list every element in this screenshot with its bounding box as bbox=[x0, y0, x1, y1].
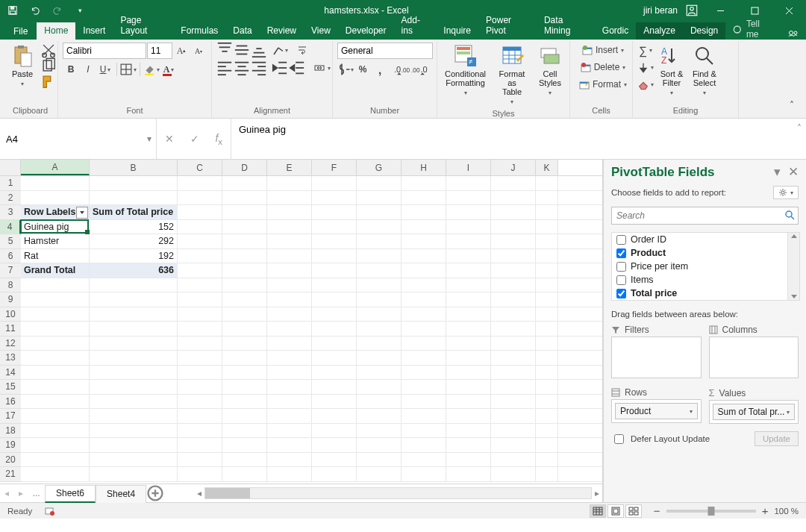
pivot-search-input[interactable] bbox=[611, 207, 799, 225]
maximize-button[interactable] bbox=[737, 0, 772, 21]
tab-formulas[interactable]: Formulas bbox=[173, 22, 225, 40]
align-center-icon[interactable] bbox=[234, 60, 250, 75]
decrease-indent-icon[interactable] bbox=[272, 60, 288, 75]
cell[interactable] bbox=[222, 278, 267, 292]
column-header[interactable]: B bbox=[90, 160, 178, 175]
cell[interactable] bbox=[536, 409, 558, 423]
font-color-icon[interactable]: A▾ bbox=[160, 62, 177, 77]
cell[interactable] bbox=[491, 453, 536, 467]
cell[interactable] bbox=[267, 337, 312, 351]
cell[interactable] bbox=[402, 176, 446, 190]
user-avatar-icon[interactable] bbox=[685, 4, 699, 17]
zoom-out-button[interactable]: − bbox=[654, 504, 660, 517]
cell[interactable] bbox=[491, 351, 536, 365]
comma-format-icon[interactable]: , bbox=[372, 62, 388, 77]
cell[interactable] bbox=[536, 176, 558, 190]
field-checkbox[interactable] bbox=[616, 235, 626, 245]
align-right-icon[interactable] bbox=[251, 60, 267, 75]
tab-analyze[interactable]: Analyze bbox=[636, 22, 683, 40]
cell[interactable] bbox=[491, 278, 536, 292]
cell[interactable] bbox=[90, 322, 178, 336]
cell[interactable] bbox=[312, 409, 357, 423]
pivot-pane-options-icon[interactable]: ▾ bbox=[774, 164, 781, 180]
cell[interactable]: Sum of Total price bbox=[90, 205, 178, 219]
cell[interactable] bbox=[312, 395, 357, 409]
cell[interactable] bbox=[312, 205, 357, 219]
cell[interactable] bbox=[446, 249, 491, 263]
cell[interactable] bbox=[21, 467, 90, 481]
cell[interactable] bbox=[491, 395, 536, 409]
cell[interactable] bbox=[402, 278, 446, 292]
scroll-thumb[interactable] bbox=[205, 488, 250, 498]
cell[interactable] bbox=[446, 322, 491, 336]
share-icon[interactable] bbox=[779, 29, 806, 40]
sheet-tab-active[interactable]: Sheet6 bbox=[45, 485, 96, 503]
cell[interactable] bbox=[536, 366, 558, 380]
cell[interactable] bbox=[357, 351, 402, 365]
tab-add-ins[interactable]: Add-ins bbox=[394, 12, 437, 40]
cell[interactable] bbox=[402, 395, 446, 409]
cell[interactable] bbox=[222, 409, 267, 423]
pivot-field[interactable]: Price per item bbox=[612, 260, 799, 273]
cell[interactable] bbox=[357, 366, 402, 380]
cell[interactable] bbox=[90, 191, 178, 205]
cell[interactable] bbox=[536, 205, 558, 219]
field-checkbox[interactable] bbox=[616, 248, 626, 258]
cell[interactable] bbox=[21, 307, 90, 322]
cell[interactable] bbox=[267, 249, 312, 263]
cell[interactable] bbox=[357, 380, 402, 394]
cell[interactable] bbox=[267, 292, 312, 307]
filters-area[interactable]: Filters bbox=[611, 323, 702, 378]
cell[interactable] bbox=[402, 220, 446, 234]
cell[interactable] bbox=[402, 249, 446, 263]
cell[interactable] bbox=[178, 351, 222, 365]
cell[interactable] bbox=[21, 453, 90, 467]
cells-area[interactable]: Row LabelsSum of Total priceGuinea pig15… bbox=[21, 176, 602, 484]
save-icon[interactable] bbox=[3, 1, 22, 20]
cell[interactable] bbox=[267, 351, 312, 365]
columns-area[interactable]: Columns bbox=[709, 323, 799, 378]
add-sheet-button[interactable] bbox=[146, 484, 164, 502]
cell[interactable] bbox=[312, 351, 357, 365]
cell[interactable] bbox=[446, 234, 491, 248]
cell[interactable] bbox=[178, 467, 222, 481]
cell[interactable] bbox=[536, 322, 558, 336]
cell[interactable] bbox=[312, 380, 357, 394]
enter-formula-icon[interactable]: ✓ bbox=[190, 133, 199, 145]
row-header[interactable]: 6 bbox=[0, 249, 21, 264]
sheet-tab[interactable]: Sheet4 bbox=[96, 485, 146, 503]
row-header[interactable]: 21 bbox=[0, 467, 21, 482]
cell[interactable] bbox=[222, 380, 267, 394]
cell[interactable] bbox=[536, 395, 558, 409]
redo-icon[interactable] bbox=[48, 1, 67, 20]
name-box[interactable]: ▾ bbox=[0, 119, 157, 159]
cell[interactable] bbox=[267, 409, 312, 423]
values-area[interactable]: ΣValues Sum of Total pr...▾ bbox=[709, 386, 799, 424]
cell[interactable] bbox=[267, 438, 312, 452]
normal-view-button[interactable] bbox=[590, 504, 606, 518]
clear-icon[interactable]: ▾ bbox=[637, 77, 654, 92]
cell[interactable] bbox=[21, 292, 90, 307]
cell[interactable] bbox=[446, 351, 491, 365]
pivot-field[interactable]: Product bbox=[612, 246, 799, 260]
cell[interactable] bbox=[446, 438, 491, 452]
tab-home[interactable]: Home bbox=[37, 22, 75, 40]
row-header[interactable]: 16 bbox=[0, 395, 21, 410]
row-labels-filter-icon[interactable] bbox=[76, 207, 88, 219]
pivot-field[interactable]: Total price bbox=[612, 287, 799, 300]
macro-record-icon[interactable] bbox=[40, 506, 59, 516]
cell[interactable] bbox=[312, 263, 357, 278]
cell[interactable] bbox=[222, 292, 267, 307]
cell[interactable] bbox=[267, 453, 312, 467]
copy-icon[interactable] bbox=[40, 58, 57, 73]
cell[interactable] bbox=[402, 409, 446, 423]
cell[interactable] bbox=[178, 278, 222, 292]
cell[interactable] bbox=[446, 220, 491, 234]
cell[interactable] bbox=[178, 453, 222, 467]
increase-indent-icon[interactable] bbox=[289, 60, 305, 75]
format-painter-icon[interactable] bbox=[40, 74, 57, 89]
page-break-view-button[interactable] bbox=[625, 504, 642, 518]
cell[interactable] bbox=[357, 205, 402, 219]
borders-icon[interactable]: ▾ bbox=[120, 62, 137, 77]
cell[interactable] bbox=[402, 205, 446, 219]
